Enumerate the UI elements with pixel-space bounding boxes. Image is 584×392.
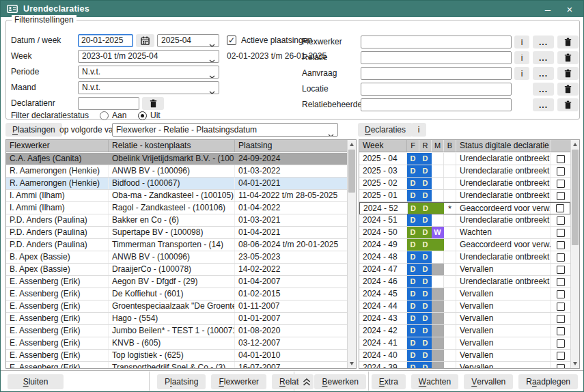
aanvraag-info-button[interactable]: i (514, 67, 529, 80)
col-plaatsing[interactable]: Plaatsing (235, 140, 347, 152)
plaatsing-row[interactable]: E. Assenberg (Erik)Transportbedrijf Snel… (6, 362, 347, 368)
declaratie-row[interactable]: 2024 - 44DDVervallen (359, 300, 570, 313)
declaratie-row[interactable]: 2025 - 01DDUrendeclaratie ontbreekt (359, 190, 570, 202)
sort-order-select[interactable]: Flexwerker - Relatie - Plaatsingsdatum (112, 123, 338, 137)
scroll-down-icon[interactable] (573, 362, 577, 365)
flexwerker-input[interactable] (361, 36, 512, 48)
declaratie-row[interactable]: 2024 - 40DDVervallen (359, 350, 570, 362)
declaratienr-input[interactable] (78, 97, 139, 110)
col-b[interactable]: B (444, 140, 456, 152)
row-checkbox[interactable] (557, 339, 565, 348)
plaatsing-row[interactable]: R. Aamerongen (Henkie)ANWB BV - (100096)… (6, 165, 347, 178)
scroll-up-icon[interactable] (573, 143, 577, 146)
col-r[interactable]: R (419, 140, 432, 152)
col-status[interactable]: Status digitale declaratie (456, 140, 551, 152)
plaatsingen-scrollbar[interactable] (347, 140, 356, 368)
plaatsing-row[interactable]: I. Ammi (Ilham)Ragol - Zandkasteel - (10… (6, 202, 347, 214)
plaatsing-row[interactable]: E. Assenberg (Erik)De Koffiehut - (601)0… (6, 288, 347, 300)
row-checkbox[interactable] (557, 290, 565, 298)
relatie-input[interactable] (361, 51, 512, 64)
row-checkbox[interactable] (557, 155, 565, 163)
row-checkbox[interactable] (557, 315, 565, 323)
declaratie-row[interactable]: 2025 - 02DDUrendeclaratie ontbreekt (359, 178, 570, 190)
row-checkbox[interactable] (557, 241, 565, 249)
relatie-info-button[interactable]: i (514, 51, 529, 64)
aanvraag-input[interactable] (361, 67, 512, 80)
plaatsing-row[interactable]: E. Assenberg (Erik)Hago - (554)01-01-200… (6, 313, 347, 325)
plaatsing-row[interactable]: P.D. Anders (Paulina)Bakker en Co - (6)0… (6, 214, 347, 227)
row-checkbox[interactable] (557, 327, 565, 335)
extra-button[interactable]: Extra (372, 374, 406, 389)
maand-select[interactable]: N.v.t. (78, 81, 219, 94)
plaatsing-row[interactable]: I. Ammi (Ilham)Oba-ma - Zandkasteel - (1… (6, 190, 347, 202)
week-select[interactable]: 2023-01 t/m 2025-04 (78, 50, 219, 63)
relatie-lookup-ellipsis-button[interactable]: ... (533, 51, 554, 64)
plaatsing-row[interactable]: E. Assenberg (Erik)Jumbo Beilen* - TEST … (6, 325, 347, 337)
locatie-clear-trash-icon[interactable] (557, 83, 579, 96)
sluiten-button[interactable]: Sluiten (8, 374, 64, 389)
status-radio-uit[interactable] (138, 111, 147, 120)
plaatsing-row[interactable]: P.D. Anders (Paulina)Timmerman Transport… (6, 239, 347, 251)
declaratie-row[interactable]: 2024 - 47DDVervallen (359, 264, 570, 276)
actieve-plaatsingen-checkbox[interactable]: ✓ (227, 36, 236, 45)
declaratie-row[interactable]: 2024 - 49DDGeaccordeerd voor verw... (359, 239, 570, 251)
declaratie-row[interactable]: 2024 - 41DDVervallen (359, 337, 570, 350)
scroll-up-icon[interactable] (350, 143, 354, 146)
declaratie-row[interactable]: 2024 - 46DDUrendeclaratie ontbreekt (359, 276, 570, 288)
row-checkbox[interactable] (557, 364, 565, 369)
col-flexwerker[interactable]: Flexwerker (6, 140, 109, 152)
vervallen-button[interactable]: Vervallen (464, 374, 513, 389)
scrollbar-thumb[interactable] (572, 150, 579, 245)
declaratie-row[interactable]: 2024 - 50DDWWachten (359, 227, 570, 239)
col-f[interactable]: F (407, 140, 419, 152)
plaatsing-row[interactable]: E. Assenberg (Erik)Aegon BV - Dfgdf - (2… (6, 276, 347, 288)
minimize-button[interactable]: – (537, 1, 559, 17)
declaratie-row[interactable]: 2024 - 51DDUrendeclaratie ontbreekt (359, 214, 570, 227)
declaratie-row[interactable]: 2024 - 39DDVervallen (359, 362, 570, 368)
plaatsing-row[interactable]: B. Apex (Bassie)ANWB BV - (100096)23-05-… (6, 251, 347, 264)
plaatsing-row[interactable]: C.A. Aafjes (Canita)Obelink Vrijetijdsma… (6, 153, 347, 165)
declaratie-row[interactable]: 2025 - 03DDUrendeclaratie ontbreekt (359, 165, 570, 178)
plaatsing-row[interactable]: E. Assenberg (Erik)Groentespeciaalzaak "… (6, 300, 347, 313)
flexwerker-clear-trash-icon[interactable] (557, 36, 579, 48)
flexwerker-info-button[interactable]: i (514, 36, 529, 48)
relatie-clear-trash-icon[interactable] (557, 51, 579, 64)
aanvraag-lookup-ellipsis-button[interactable]: ... (533, 67, 554, 80)
declaraties-info-button[interactable]: i (411, 123, 426, 137)
nav-double-up-icon[interactable] (299, 374, 314, 389)
row-checkbox[interactable] (557, 216, 565, 225)
close-icon[interactable]: × (559, 1, 581, 17)
datum-week-select[interactable]: 2025-04 (157, 34, 219, 47)
flexwerker-lookup-ellipsis-button[interactable]: ... (533, 36, 554, 48)
plaatsing-row[interactable]: E. Assenberg (Erik)Top logistiek - (625)… (6, 350, 347, 362)
flexwerker-button[interactable]: Flexwerker (211, 374, 266, 389)
declaratie-row[interactable]: 2024 - 43DDVervallen (359, 313, 570, 325)
declaratie-row[interactable]: 2024 - 42DDVervallen (359, 325, 570, 337)
row-checkbox[interactable] (557, 180, 565, 188)
locatie-lookup-ellipsis-button[interactable]: ... (533, 83, 554, 96)
row-checkbox[interactable] (557, 352, 565, 360)
datum-input[interactable]: 20-01-2025 (78, 34, 133, 47)
scrollbar-thumb[interactable] (348, 150, 355, 193)
plaatsing-row[interactable]: P.D. Anders (Paulina)Supertape BV - (100… (6, 227, 347, 239)
row-checkbox[interactable] (556, 204, 564, 212)
row-checkbox[interactable] (557, 192, 565, 200)
declaraties-scrollbar[interactable] (570, 140, 579, 368)
bewerken-button[interactable]: Bewerken (314, 374, 365, 389)
row-checkbox[interactable] (557, 253, 565, 262)
plaatsing-row[interactable]: E. Assenberg (Erik)KNVB - (605)03-12-200… (6, 337, 347, 350)
calendar-icon[interactable] (136, 34, 154, 47)
plaatsing-row[interactable]: R. Aamerongen (Henkie)Bidfood - (100067)… (6, 178, 347, 190)
wachten-button[interactable]: Wachten (411, 374, 458, 389)
row-checkbox[interactable] (557, 167, 565, 176)
raadplegen-button[interactable]: Raadplegen (518, 374, 578, 389)
declaratie-row[interactable]: 2025 - 04DDUrendeclaratie ontbreekt (359, 153, 570, 165)
row-checkbox[interactable] (557, 278, 565, 286)
declaratienr-clear-trash-icon[interactable] (142, 97, 164, 110)
plaatsing-button[interactable]: Plaatsing (157, 374, 206, 389)
plaatsingen-button[interactable]: Plaatsingen (5, 123, 62, 137)
declaratie-row[interactable]: 2024 - 45DDVervallen (359, 288, 570, 300)
plaatsing-row[interactable]: B. Apex (Bassie)DraaijerCo - (100078)14-… (6, 264, 347, 276)
row-checkbox[interactable] (557, 303, 565, 311)
col-relatie-kostenplaats[interactable]: Relatie - kostenplaats (109, 140, 235, 152)
